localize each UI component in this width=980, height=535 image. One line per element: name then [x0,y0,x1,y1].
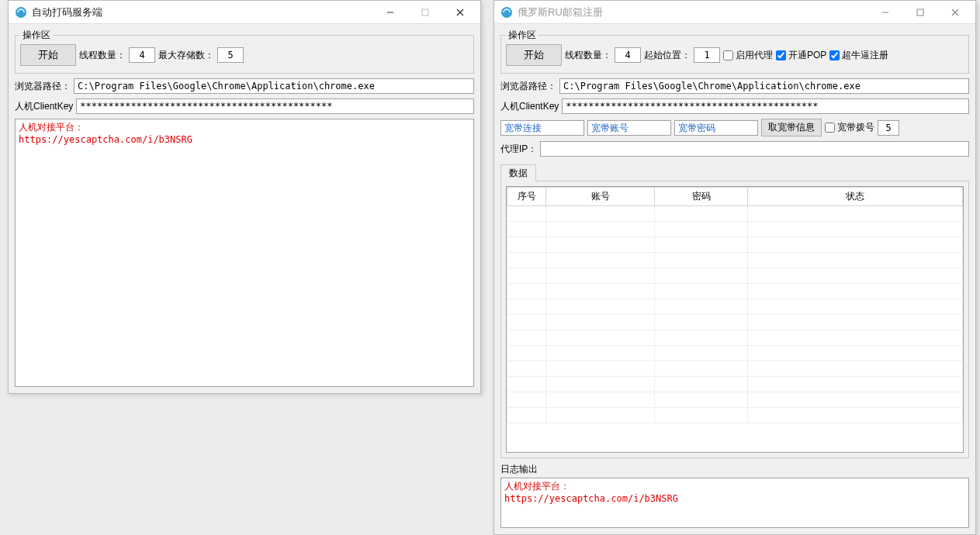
titlebar-left[interactable]: 自动打码服务端 [9,1,480,24]
svg-point-0 [16,7,26,18]
proxy-ip-input[interactable] [540,141,969,157]
threads-label: 线程数量： [79,49,126,62]
start-button[interactable]: 开始 [20,44,76,66]
titlebar-right[interactable]: 俄罗斯RU邮箱注册 [494,1,975,24]
svg-point-5 [501,7,512,18]
ops-legend: 操作区 [506,29,538,42]
close-button[interactable] [442,1,477,23]
clientkey-label: 人机ClientKey [500,100,559,113]
log-output[interactable]: 人机对接平台： https://yescaptcha.com/i/b3NSRG [15,119,474,387]
broadband-pwd-input[interactable] [674,120,758,136]
table-row [507,392,963,408]
window-auto-captcha-server: 自动打码服务端 操作区 开始 线程数量： 最大存储数： 浏览器路径： 人机Cli… [8,0,481,394]
app-icon [500,6,513,19]
data-tab-header: 数据 [500,164,969,181]
maxstore-label: 最大存储数： [158,49,214,62]
col-seq[interactable]: 序号 [507,188,546,206]
proxy-ip-label: 代理IP： [500,143,537,156]
enable-proxy-checkbox[interactable]: 启用代理 [723,49,773,62]
ops-fieldset: 操作区 开始 线程数量： 最大存储数： [15,35,474,74]
log-label: 日志输出 [500,463,969,476]
table-row [507,206,963,222]
table-row [507,330,963,346]
broadband-dial-value-input[interactable] [878,120,899,136]
table-row [507,284,963,299]
window-title: 自动打码服务端 [32,5,372,19]
ops-fieldset: 操作区 开始 线程数量： 起始位置： 启用代理 开通POP 超牛逼注册 [500,35,969,74]
browser-path-input[interactable] [559,78,969,94]
minimize-button[interactable] [867,1,902,23]
log-section: 日志输出 人机对接平台： https://yescaptcha.com/i/b3… [500,463,969,528]
start-button[interactable]: 开始 [506,44,562,66]
threads-label: 线程数量： [565,49,611,62]
fetch-broadband-button[interactable]: 取宽带信息 [761,119,822,136]
table-row [507,253,963,268]
table-row [507,237,963,253]
window-ru-mail-register: 俄罗斯RU邮箱注册 操作区 开始 线程数量： 起始位置： 启用代理 开通POP … [493,0,976,535]
threads-input[interactable] [129,47,155,63]
clientkey-input[interactable] [76,98,474,114]
app-icon [15,6,27,19]
table-row [507,377,963,392]
table-row [507,299,963,315]
minimize-button[interactable] [372,1,407,23]
clientkey-input[interactable] [562,98,969,114]
broadband-dial-label: 宽带拨号 [837,121,874,134]
col-status[interactable]: 状态 [748,188,963,206]
log-output[interactable]: 人机对接平台： https://yescaptcha.com/i/b3NSRG [500,478,969,528]
svg-rect-7 [917,9,923,16]
maximize-button[interactable] [902,1,937,23]
table-row [507,361,963,377]
col-acct[interactable]: 账号 [546,188,655,206]
table-row [507,268,963,284]
threads-input[interactable] [615,47,641,63]
table-row [507,408,963,423]
enable-pop-label: 开通POP [788,49,826,62]
tab-data[interactable]: 数据 [500,164,536,181]
clientkey-label: 人机ClientKey [15,100,73,113]
broadband-acct-input[interactable] [587,120,671,136]
data-tab-body: 序号 账号 密码 状态 [500,181,969,458]
maximize-button[interactable] [407,1,442,23]
startpos-input[interactable] [694,47,720,63]
broadband-conn-input[interactable] [500,120,584,136]
close-button[interactable] [937,1,972,23]
svg-rect-2 [422,9,428,16]
browser-path-input[interactable] [74,78,474,94]
browser-path-label: 浏览器路径： [15,80,71,93]
col-pwd[interactable]: 密码 [655,188,748,206]
niubi-register-label: 超牛逼注册 [842,49,888,62]
data-table[interactable]: 序号 账号 密码 状态 [506,186,964,453]
niubi-register-checkbox[interactable]: 超牛逼注册 [829,49,888,62]
ops-legend: 操作区 [20,29,53,42]
broadband-dial-checkbox[interactable]: 宽带拨号 [825,121,874,134]
startpos-label: 起始位置： [644,49,691,62]
window-title: 俄罗斯RU邮箱注册 [518,5,867,19]
enable-pop-checkbox[interactable]: 开通POP [776,49,826,62]
table-row [507,315,963,330]
maxstore-input[interactable] [217,47,244,63]
enable-proxy-label: 启用代理 [736,49,773,62]
table-row [507,222,963,237]
table-row [507,346,963,361]
browser-path-label: 浏览器路径： [500,80,556,93]
